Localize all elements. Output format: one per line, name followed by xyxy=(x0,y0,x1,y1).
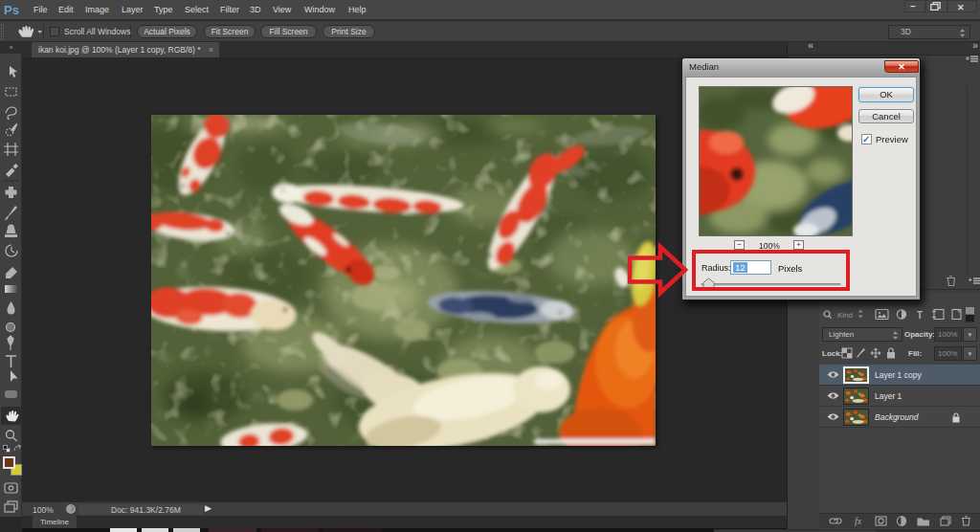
svg-text:fx: fx xyxy=(855,516,862,526)
svg-text:Kind: Kind xyxy=(837,311,853,320)
svg-text:T: T xyxy=(917,310,923,321)
